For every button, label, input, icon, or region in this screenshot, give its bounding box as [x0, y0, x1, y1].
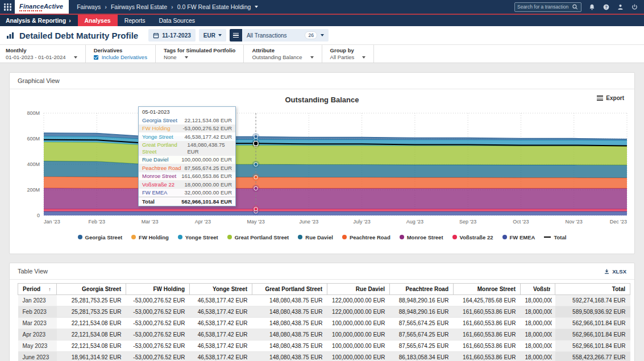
bar-chart-icon: [6, 31, 15, 40]
filter-value: Include Derivatives: [94, 54, 147, 60]
column-header-yonge-street[interactable]: Yonge Street: [190, 284, 252, 295]
legend-item-yonge-street[interactable]: Yonge Street: [178, 234, 218, 240]
help-icon[interactable]: ?: [603, 3, 610, 11]
filter-tags-for-simulated-portfolio[interactable]: Tags for Simulated PortfolioNone: [163, 45, 244, 63]
breadcrumb-item[interactable]: Fairways Real Estate: [111, 3, 167, 10]
currency-selector[interactable]: EUR: [199, 29, 226, 42]
tooltip-series-name: Peachtree Road: [142, 165, 181, 172]
nav-section-label: Analysis & Reporting: [6, 17, 66, 24]
value-cell: 148,080,438.75 EUR: [252, 295, 327, 306]
legend-item-monroe-street[interactable]: Monroe Street: [400, 234, 443, 240]
legend-item-great-portland-street[interactable]: Great Portland Street: [227, 234, 289, 240]
column-header-monroe-street[interactable]: Monroe Street: [454, 284, 521, 295]
logo[interactable]: FinanceActive: [15, 0, 69, 14]
table-row[interactable]: Jan 202325,281,753.25 EUR-53,000,276.52 …: [18, 295, 630, 306]
value-cell: 164,425,785.68 EUR: [454, 295, 521, 306]
period-cell: Mar 2023: [18, 318, 57, 329]
legend-item-rue-daviel[interactable]: Rue Daviel: [298, 234, 333, 240]
table-row[interactable]: Feb 202325,281,753.25 EUR-53,000,276.52 …: [18, 306, 630, 318]
logo-text: FinanceActive: [19, 3, 63, 10]
value-cell: -53,000,276.52 EUR: [126, 352, 190, 361]
column-header-total[interactable]: Total: [555, 284, 630, 295]
nav-tab-data-sources[interactable]: Data Sources: [152, 15, 202, 26]
table-row[interactable]: Apr 202322,121,534.08 EUR-53,000,276.52 …: [18, 329, 630, 341]
chevron-right-icon: ›: [105, 3, 107, 10]
power-icon[interactable]: [631, 3, 638, 11]
search-input[interactable]: [517, 4, 572, 10]
transaction-filter-button[interactable]: [230, 29, 242, 42]
checkbox-checked-icon[interactable]: [94, 55, 98, 60]
legend-item-total[interactable]: Total: [544, 234, 566, 240]
column-header-fw-holding[interactable]: FW Holding: [126, 284, 190, 295]
download-xlsx-button[interactable]: XLSX: [604, 268, 626, 275]
table-row[interactable]: May 202322,121,534.08 EUR-53,000,276.52 …: [18, 341, 630, 352]
svg-text:Nov '23: Nov '23: [566, 219, 583, 225]
legend-item-fw-holding[interactable]: FW Holding: [131, 234, 169, 240]
column-header-peachtree-road[interactable]: Peachtree Road: [390, 284, 454, 295]
nav-tab-analyses[interactable]: Analyses: [78, 15, 118, 26]
legend-line-icon: [544, 236, 551, 238]
legend-dot-icon: [400, 235, 404, 239]
transactions-selector[interactable]: All Transactions 26: [242, 29, 329, 42]
export-label: Export: [606, 95, 624, 101]
svg-text:400M: 400M: [27, 161, 40, 167]
legend-item-vo-stra-e-22[interactable]: Voßstraße 22: [452, 234, 493, 240]
value-cell: 18,000,000.00 EUR: [521, 352, 555, 361]
sort-ascending-icon[interactable]: ↑: [48, 287, 51, 292]
filter-attribute[interactable]: AttributeOutstanding Balance: [251, 45, 322, 63]
column-header-label: Voßstraße 22: [533, 286, 550, 292]
table-row[interactable]: Mar 202322,121,534.08 EUR-53,000,276.52 …: [18, 318, 630, 329]
table-row[interactable]: June 202318,961,314.92 EUR-53,000,276.52…: [18, 352, 630, 361]
value-cell: 122,000,000.00 EUR: [327, 295, 390, 306]
value-cell: 18,961,314.92 EUR: [57, 352, 126, 361]
filter-derivatives[interactable]: DerivativesInclude Derivatives: [93, 45, 156, 63]
apps-grid-icon[interactable]: [4, 3, 11, 11]
value-cell: 46,538,177.42 EUR: [190, 341, 252, 352]
chevron-down-icon: [218, 34, 222, 36]
notifications-bell-icon[interactable]: [588, 3, 596, 11]
column-header-period[interactable]: Period↑: [18, 284, 57, 295]
column-header-georgia-street[interactable]: Georgia Street: [57, 284, 126, 295]
value-cell: 22,121,534.08 EUR: [57, 329, 126, 341]
column-header-vo-stra-e-22[interactable]: Voßstraße 22: [521, 284, 555, 295]
legend-item-fw-emea[interactable]: FW EMEA: [502, 234, 535, 240]
svg-text:June '23: June '23: [299, 219, 318, 225]
nav-tab-reports[interactable]: Reports: [118, 15, 152, 26]
app-window: FinanceActive Fairways›Fairways Real Est…: [0, 0, 644, 361]
column-header-rue-daviel[interactable]: Rue Daviel: [327, 284, 390, 295]
legend-item-georgia-street[interactable]: Georgia Street: [78, 234, 122, 240]
export-button[interactable]: Export: [597, 95, 624, 101]
legend-label: Voßstraße 22: [460, 234, 493, 240]
nav-section-analysis-reporting[interactable]: Analysis & Reporting›: [0, 15, 78, 26]
column-header-great-portland-street[interactable]: Great Portland Street: [252, 284, 327, 295]
chevron-right-icon: ›: [171, 3, 173, 10]
total-cell: 562,966,101.84 EUR: [555, 329, 630, 341]
legend-item-peachtree-road[interactable]: Peachtree Road: [342, 234, 390, 240]
date-picker-button[interactable]: 11-17-2023: [148, 29, 196, 42]
table-view-card: Table View XLSX Period↑Georgia StreetFW …: [9, 263, 635, 361]
transaction-search[interactable]: [514, 2, 581, 12]
tooltip-row: FW EMEA32,000,000.00 EUR: [139, 189, 235, 197]
breadcrumb-item[interactable]: Fairways: [77, 3, 101, 10]
value-cell: 100,000,000.00 EUR: [327, 329, 390, 341]
value-cell: -53,000,276.52 EUR: [126, 295, 190, 306]
legend-label: Georgia Street: [85, 234, 122, 240]
filter-value-text: 01-01-2023 - 01-01-2024: [6, 54, 66, 60]
user-icon[interactable]: [617, 3, 624, 11]
download-label: XLSX: [612, 268, 626, 275]
filter-value: None: [164, 54, 236, 60]
legend-label: Peachtree Road: [350, 234, 390, 240]
filter-monthly[interactable]: Monthly01-01-2023 - 01-01-2024: [5, 45, 86, 63]
value-cell: 161,660,553.86 EUR: [454, 306, 521, 318]
tooltip-date: 05-01-2023: [139, 107, 235, 116]
chevron-down-icon[interactable]: [255, 6, 258, 8]
period-cell: May 2023: [18, 341, 57, 352]
chart-svg[interactable]: 0200M400M600M800MJan '23Feb '23Mar '23Ap…: [18, 107, 630, 228]
tooltip-row: Peachtree Road87,565,674.25 EUR: [139, 164, 235, 172]
legend-dot-icon: [298, 235, 302, 239]
legend-dot-icon: [502, 235, 507, 239]
breadcrumb-item[interactable]: 0.0 FW Real Estate Holding: [177, 3, 251, 10]
filter-group-by[interactable]: Group byAll Parties: [329, 45, 375, 63]
legend-label: Monroe Street: [407, 234, 443, 240]
tooltip-series-name: Yonge Street: [142, 134, 173, 140]
